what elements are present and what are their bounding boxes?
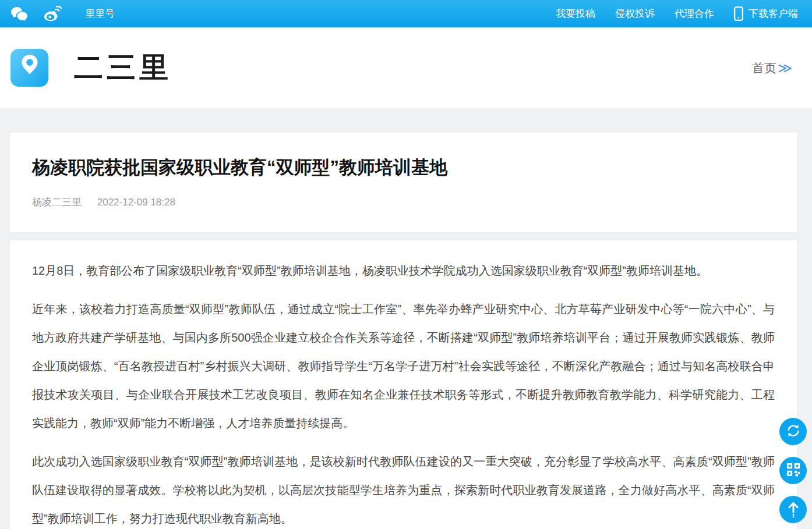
article-paragraph: 此次成功入选国家级职业教育“双师型”教师培训基地，是该校新时代教师队伍建设的又一…: [32, 448, 775, 529]
topbar: 里里号 我要投稿 侵权投诉 代理合作 下载客户端: [0, 0, 812, 27]
topbar-link-submit[interactable]: 我要投稿: [556, 7, 595, 20]
refresh-button[interactable]: [779, 418, 807, 445]
download-client-link[interactable]: 下载客户端: [734, 6, 798, 21]
phone-icon: [734, 6, 743, 21]
site-header: 二三里 首页 ≫: [0, 27, 812, 108]
site-logo[interactable]: [10, 49, 48, 87]
site-logo-text[interactable]: 二三里: [74, 48, 172, 87]
article-header-card: 杨凌职院获批国家级职业教育“双师型”教师培训基地 杨凌二三里 2022-12-0…: [10, 133, 797, 232]
lilihao-link[interactable]: 里里号: [85, 7, 115, 20]
qr-code-icon: [786, 463, 800, 478]
topbar-right: 我要投稿 侵权投诉 代理合作 下载客户端: [556, 6, 798, 21]
location-pin-icon: [17, 54, 42, 83]
article-paragraph: 12月8日，教育部公布了国家级职业教育“双师型”教师培训基地，杨凌职业技术学院成…: [32, 257, 775, 285]
refresh-icon: [786, 423, 801, 440]
back-to-top-button[interactable]: [779, 496, 807, 523]
article-date: 2022-12-09 18:28: [97, 197, 175, 208]
topbar-link-complaint[interactable]: 侵权投诉: [615, 7, 655, 20]
wechat-icon[interactable]: [10, 6, 28, 22]
article-author: 杨凌二三里: [32, 197, 82, 208]
topbar-left: 里里号: [10, 6, 115, 22]
article-meta: 杨凌二三里 2022-12-09 18:28: [32, 196, 775, 209]
article-paragraph: 近年来，该校着力打造高质量“双师型”教师队伍，通过成立“院士工作室”、率先举办蜂…: [32, 295, 775, 438]
weibo-icon[interactable]: [43, 6, 62, 22]
article-body-card: 12月8日，教育部公布了国家级职业教育“双师型”教师培训基地，杨凌职业技术学院成…: [10, 240, 797, 529]
download-client-label: 下载客户端: [749, 7, 798, 20]
chevron-double-right-icon: ≫: [778, 60, 792, 76]
qr-code-button[interactable]: [779, 457, 807, 484]
floating-action-stack: [779, 418, 807, 523]
home-link[interactable]: 首页 ≫: [752, 60, 792, 76]
article-title: 杨凌职院获批国家级职业教育“双师型”教师培训基地: [32, 156, 775, 179]
topbar-link-agency[interactable]: 代理合作: [675, 7, 714, 20]
home-link-label: 首页: [752, 60, 776, 76]
up-arrow-icon: [786, 500, 800, 519]
content-area: 杨凌职院获批国家级职业教育“双师型”教师培训基地 杨凌二三里 2022-12-0…: [0, 108, 812, 529]
